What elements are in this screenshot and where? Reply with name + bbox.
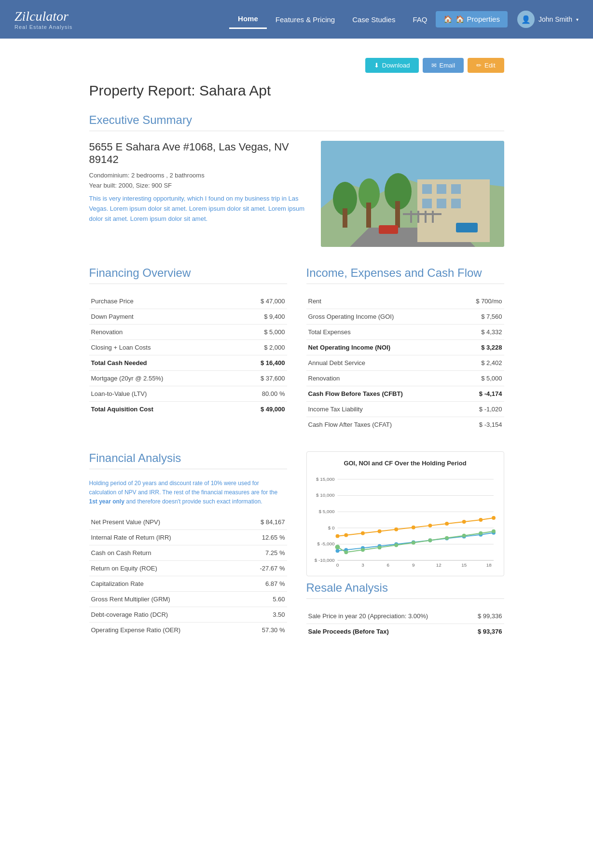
table-row: Total Aquisition Cost$ 49,000 [89,402,287,417]
property-year-size: Year built: 2000, Size: 900 SF [89,182,306,189]
nav-item-home[interactable]: Home [229,10,267,29]
svg-rect-21 [379,225,398,234]
svg-text:6: 6 [386,562,389,568]
table-row: Net Operating Income (NOI)$ 3,228 [306,340,504,355]
financial-section: Financial Analysis Holding period of 20 … [89,451,504,639]
table-row: Mortgage (20yr @ 2.55%)$ 37,600 [89,371,287,386]
pencil-icon: ✏ [476,62,482,69]
table-row: Rent$ 700/mo [306,294,504,309]
exec-summary-section: 5655 E Sahara Ave #1068, Las Vegas, NV 8… [89,141,504,247]
svg-text:$ 15,000: $ 15,000 [316,476,335,482]
table-row: Loan-to-Value (LTV)80.00 % [89,386,287,402]
table-row: Gross Rent Multiplier (GRM)5.60 [89,591,287,607]
resale-table: Sale Price in year 20 (Appreciation: 3.0… [306,609,504,639]
svg-rect-22 [456,223,478,232]
financing-table: Purchase Price$ 47,000Down Payment$ 9,40… [89,294,287,417]
svg-text:18: 18 [486,562,491,568]
table-row: Cash Flow After Taxes (CFAT)$ -3,154 [306,417,504,433]
svg-rect-5 [437,184,446,194]
svg-rect-13 [366,203,371,228]
email-button[interactable]: ✉ Email [423,58,464,73]
property-address: 5655 E Sahara Ave #1068, Las Vegas, NV 8… [89,141,306,166]
table-row: Cash Flow Before Taxes (CFBT)$ -4,174 [306,386,504,402]
svg-rect-6 [451,184,461,194]
action-bar: ⬇ Download ✉ Email ✏ Edit [89,48,504,73]
nav-item-properties[interactable]: 🏠 🏠 Properties [436,11,508,27]
table-row: Purchase Price$ 47,000 [89,294,287,309]
user-menu[interactable]: 👤 John Smith ▾ [517,11,579,28]
financing-income-section: Financing Overview Purchase Price$ 47,00… [89,266,504,432]
svg-text:$ -10,000: $ -10,000 [315,557,335,563]
income-title: Income, Expenses and Cash Flow [306,266,504,284]
table-row: Return on Equity (ROE)-27.67 % [89,560,287,576]
property-type: Condominium: 2 bedrooms , 2 bathrooms [89,172,306,179]
table-row: Annual Debt Service$ 2,402 [306,355,504,371]
resale-section: Resale Analysis Sale Price in year 20 (A… [306,581,504,639]
table-row: Capitalization Rate6.87 % [89,576,287,591]
brand: Zilculator Real Estate Analysis [14,9,72,30]
svg-rect-17 [410,211,412,223]
chart-title: GOI, NOI and CF Over the Holding Period [315,460,496,467]
table-row: Sale Price in year 20 (Appreciation: 3.0… [306,609,504,624]
username: John Smith [538,15,572,23]
svg-text:3: 3 [361,562,364,568]
exec-left: 5655 E Sahara Ave #1068, Las Vegas, NV 8… [89,141,306,247]
exec-summary-title: Executive Summary [89,113,504,131]
nav-item-faq[interactable]: FAQ [404,11,436,28]
page-title: Property Report: Sahara Apt [89,82,504,99]
property-image: TERRASANTA [321,141,504,247]
svg-rect-19 [425,211,427,223]
svg-text:$ 5,000: $ 5,000 [318,509,334,514]
nav-item-features[interactable]: Features & Pricing [267,11,344,28]
edit-button[interactable]: ✏ Edit [468,58,504,73]
svg-text:0: 0 [336,562,339,568]
table-row: Total Expenses$ 4,332 [306,325,504,340]
table-row: Total Cash Needed$ 16,400 [89,355,287,371]
table-row: Renovation$ 5,000 [306,371,504,386]
svg-text:$ -5,000: $ -5,000 [317,541,335,546]
navbar: Zilculator Real Estate Analysis Home Fea… [0,0,593,39]
svg-rect-18 [417,211,419,223]
main-content: ⬇ Download ✉ Email ✏ Edit Property Repor… [75,39,519,687]
financing-title: Financing Overview [89,266,287,284]
table-row: Net Present Value (NPV)$ 84,167 [89,515,287,530]
table-row: Internal Rate of Return (IRR)12.65 % [89,529,287,545]
chart-svg: $ 15,000 $ 10,000 $ 5,000 $ 0 $ -5,000 $… [315,472,496,568]
chart-container: GOI, NOI and CF Over the Holding Period … [306,451,504,576]
svg-rect-20 [432,211,434,223]
table-row: Debt-coverage Ratio (DCR)3.50 [89,607,287,622]
table-row: Income Tax Liability$ -1,020 [306,402,504,417]
email-icon: ✉ [431,62,437,69]
income-col: Income, Expenses and Cash Flow Rent$ 700… [306,266,504,432]
svg-text:9: 9 [412,562,415,568]
resale-title: Resale Analysis [306,581,504,599]
table-row: Down Payment$ 9,400 [89,309,287,325]
table-row: Sale Proceeds (Before Tax)$ 93,376 [306,624,504,639]
svg-rect-7 [422,199,432,208]
svg-text:15: 15 [461,562,467,568]
income-table: Rent$ 700/moGross Operating Income (GOI)… [306,294,504,432]
financial-table: Net Present Value (NPV)$ 84,167Internal … [89,515,287,637]
table-row: Closing + Loan Costs$ 2,000 [89,340,287,355]
svg-rect-8 [437,199,446,208]
table-row: Gross Operating Income (GOI)$ 7,560 [306,309,504,325]
nav-item-case-studies[interactable]: Case Studies [344,11,404,28]
svg-text:12: 12 [436,562,441,568]
property-description: This is very interesting opportunity, wh… [89,194,306,224]
table-row: Renovation$ 5,000 [89,325,287,340]
avatar: 👤 [517,11,535,28]
svg-text:$ 0: $ 0 [328,525,334,530]
table-row: Cash on Cash Return7.25 % [89,545,287,560]
svg-text:$ 10,000: $ 10,000 [316,493,335,498]
chart-area: $ 15,000 $ 10,000 $ 5,000 $ 0 $ -5,000 $… [315,472,496,568]
exec-right: TERRASANTA [321,141,504,247]
table-row: Operating Expense Ratio (OER)57.30 % [89,622,287,637]
download-button[interactable]: ⬇ Download [365,58,419,73]
chart-resale-col: GOI, NOI and CF Over the Holding Period … [306,451,504,639]
svg-rect-16 [403,213,441,215]
svg-rect-11 [343,208,347,228]
financial-note: Holding period of 20 years and discount … [89,479,287,507]
financing-col: Financing Overview Purchase Price$ 47,00… [89,266,287,432]
svg-rect-9 [451,199,461,208]
download-icon: ⬇ [374,62,379,69]
